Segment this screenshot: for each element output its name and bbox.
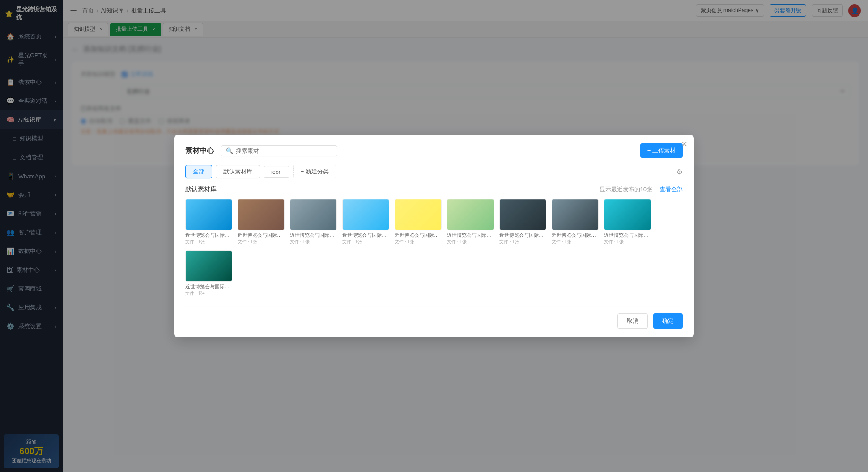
image-caption-10: 近世博览会与国际机场展览海报 [185, 284, 232, 291]
show-recent-label: 显示最近发布的10张 [600, 185, 652, 194]
image-meta-7: 文件 · 1张 [499, 239, 546, 245]
filter-tabs: 全部 默认素材库 icon + 新建分类 ⚙ [185, 165, 683, 178]
section-header: 默认素材库 显示最近发布的10张 查看全部 [185, 185, 683, 194]
image-meta-5: 文件 · 1张 [395, 239, 442, 245]
image-meta-4: 文件 · 1张 [342, 239, 389, 245]
modal-search-box[interactable]: 🔍 [221, 145, 337, 156]
image-meta-9: 文件 · 1张 [604, 239, 651, 245]
image-card-10[interactable]: 近世博览会与国际机场展览海报 文件 · 1张 [185, 251, 232, 297]
image-card-4[interactable]: 近世博览会与国际机场展览海报 文件 · 1张 [342, 199, 389, 245]
search-icon: 🔍 [226, 148, 233, 154]
image-card-2[interactable]: 近世博览会与国际机场展览海报 文件 · 1张 [238, 199, 285, 245]
modal-cancel-button[interactable]: 取消 [617, 313, 648, 329]
section-actions: 显示最近发布的10张 查看全部 [600, 185, 683, 194]
filter-tab-all[interactable]: 全部 [185, 165, 212, 178]
image-caption-6: 近世博览会与国际机场展览海报 [447, 232, 494, 239]
image-thumb-10 [185, 251, 232, 282]
image-thumb-3 [290, 199, 337, 230]
modal-footer: 取消 确定 [185, 306, 683, 329]
image-caption-7: 近世博览会与国际机场展览海报 [499, 232, 546, 239]
image-meta-6: 文件 · 1张 [447, 239, 494, 245]
image-meta-1: 文件 · 1张 [185, 239, 232, 245]
image-meta-2: 文件 · 1张 [238, 239, 285, 245]
image-card-1[interactable]: 近世博览会与国际机场展览海报 文件 · 1张 [185, 199, 232, 245]
image-card-5[interactable]: 近世博览会与国际机场展览海报 文件 · 1张 [395, 199, 442, 245]
modal-close-button[interactable]: ✕ [681, 140, 687, 148]
image-caption-1: 近世博览会与国际机场展览海报 [185, 232, 232, 239]
image-meta-3: 文件 · 1张 [290, 239, 337, 245]
image-caption-3: 近世博览会与国际机场展览海报 [290, 232, 337, 239]
image-thumb-9 [604, 199, 651, 230]
modal-header: 素材中心 🔍 + 上传素材 [185, 143, 683, 158]
image-card-9[interactable]: 近世博览会与国际机场展览海报 文件 · 1张 [604, 199, 651, 245]
image-thumb-2 [238, 199, 285, 230]
image-caption-2: 近世博览会与国际机场展览海报 [238, 232, 285, 239]
image-grid: 近世博览会与国际机场展览海报 文件 · 1张 近世博览会与国际机场展览海报 文件… [185, 199, 683, 297]
image-thumb-1 [185, 199, 232, 230]
section-title: 默认素材库 [185, 185, 217, 194]
filter-tab-icon[interactable]: icon [264, 166, 289, 178]
filter-tab-new-category[interactable]: + 新建分类 [293, 165, 336, 178]
image-caption-9: 近世博览会与国际机场展览海报 [604, 232, 651, 239]
image-meta-10: 文件 · 1张 [185, 291, 232, 297]
view-all-link[interactable]: 查看全部 [660, 185, 683, 194]
settings-icon[interactable]: ⚙ [677, 168, 683, 176]
image-card-6[interactable]: 近世博览会与国际机场展览海报 文件 · 1张 [447, 199, 494, 245]
modal-title: 素材中心 [185, 146, 214, 156]
image-caption-8: 近世博览会与国际机场展览海报 [552, 232, 599, 239]
image-thumb-7 [499, 199, 546, 230]
image-meta-8: 文件 · 1张 [552, 239, 599, 245]
image-caption-4: 近世博览会与国际机场展览海报 [342, 232, 389, 239]
search-input[interactable] [236, 148, 332, 154]
modal-confirm-button[interactable]: 确定 [653, 313, 683, 329]
image-card-8[interactable]: 近世博览会与国际机场展览海报 文件 · 1张 [552, 199, 599, 245]
materials-modal: ✕ 素材中心 🔍 + 上传素材 全部 默认素材库 icon + 新建分类 ⚙ 默… [174, 135, 694, 337]
image-thumb-4 [342, 199, 389, 230]
image-thumb-6 [447, 199, 494, 230]
upload-button[interactable]: + 上传素材 [640, 143, 683, 158]
filter-tab-default[interactable]: 默认素材库 [216, 165, 260, 178]
image-thumb-8 [552, 199, 599, 230]
image-caption-5: 近世博览会与国际机场展览海报 [395, 232, 442, 239]
image-thumb-5 [395, 199, 442, 230]
image-card-3[interactable]: 近世博览会与国际机场展览海报 文件 · 1张 [290, 199, 337, 245]
image-card-7[interactable]: 近世博览会与国际机场展览海报 文件 · 1张 [499, 199, 546, 245]
